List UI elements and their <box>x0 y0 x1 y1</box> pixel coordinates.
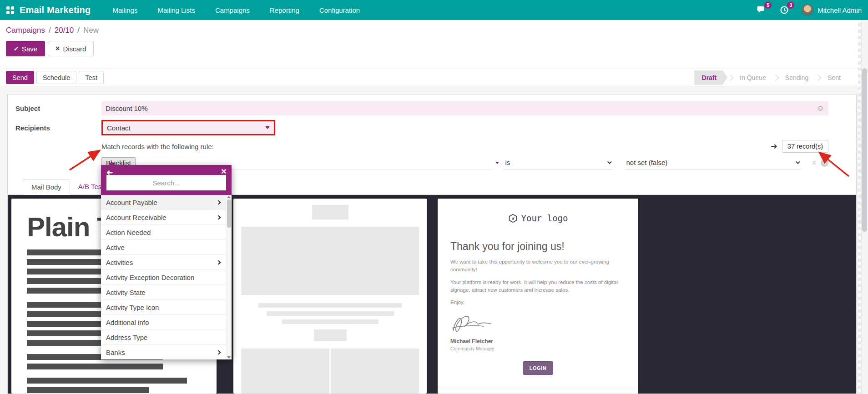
popover-pointer <box>108 162 115 165</box>
template-paragraph: Enjoy, <box>450 299 626 306</box>
user-menu[interactable]: Mitchell Admin <box>802 4 862 16</box>
page-scrollbar-thumb[interactable] <box>862 68 867 232</box>
records-group: ➜ 37 record(s) <box>771 140 828 153</box>
statusbar-separator <box>727 74 733 80</box>
theme-card-placeholder[interactable] <box>233 199 427 394</box>
subject-input[interactable]: Discount 10% ☺ <box>101 101 828 115</box>
nav-item-campaigns[interactable]: Campaigns <box>215 6 250 14</box>
placeholder-text-line <box>267 311 394 316</box>
text-lines-group <box>27 378 201 393</box>
recipients-value: Contact <box>107 124 131 132</box>
subject-label: Subject <box>15 105 101 112</box>
field-option-activities[interactable]: Activities <box>101 255 226 270</box>
apps-grid-icon[interactable] <box>6 6 14 14</box>
send-button[interactable]: Send <box>6 71 34 84</box>
add-rule-icon[interactable]: + <box>821 159 828 167</box>
popover-body: Account PayableAccount ReceivableAction … <box>101 195 232 359</box>
messages-badge: 5 <box>764 2 772 9</box>
activities-badge: 3 <box>787 2 794 9</box>
login-button[interactable]: LOGIN <box>523 361 553 375</box>
chevron-right-icon <box>217 200 221 204</box>
breadcrumb-item-campaigns[interactable]: Campaigns <box>6 26 45 35</box>
nav-item-reporting[interactable]: Reporting <box>270 6 299 14</box>
field-option-label: Activity State <box>106 289 146 296</box>
placeholder-text-line <box>258 303 402 308</box>
dropdown-caret-icon <box>265 126 270 129</box>
field-search-input[interactable] <box>106 175 226 190</box>
field-option-additional-info[interactable]: Additional info <box>101 315 226 330</box>
field-option-label: Additional info <box>106 319 149 326</box>
save-button[interactable]: ✔Save <box>6 41 45 56</box>
placeholder-column-block <box>331 349 419 394</box>
signature-image <box>450 313 626 337</box>
scroll-down-icon[interactable] <box>227 356 231 359</box>
delete-rule-icon[interactable]: × <box>812 158 817 168</box>
status-step-sending[interactable]: Sending <box>778 70 815 85</box>
breadcrumb-item-20-10[interactable]: 20/10 <box>55 26 74 35</box>
placeholder-column-block <box>241 349 329 394</box>
statusbar-separator <box>772 74 779 80</box>
discard-button[interactable]: ×Discard <box>48 41 94 56</box>
rule-actions: × + <box>812 158 828 168</box>
statusbar-separator <box>815 74 821 80</box>
nav-item-mailing-lists[interactable]: Mailing Lists <box>157 6 195 14</box>
field-option-account-receivable[interactable]: Account Receivable <box>101 210 226 225</box>
field-option-label: Activity Exception Decoration <box>106 274 194 281</box>
user-name: Mitchell Admin <box>818 6 862 14</box>
control-panel-buttons: ✔Save ×Discard <box>6 41 858 56</box>
records-count-button[interactable]: 37 record(s) <box>782 140 828 153</box>
popover-scrollbar[interactable] <box>226 195 232 359</box>
top-navbar: Email Marketing MailingsMailing ListsCam… <box>0 0 868 20</box>
rule-node-caret-icon[interactable] <box>495 162 499 164</box>
placeholder-hero-block <box>241 227 419 295</box>
check-icon: ✔ <box>14 45 19 52</box>
tab-mail-body[interactable]: Mail Body <box>23 179 70 195</box>
field-option-activity-exception-decoration[interactable]: Activity Exception Decoration <box>101 270 226 285</box>
activities-icon[interactable]: 3 <box>779 5 790 15</box>
subject-row: Subject Discount 10% ☺ <box>15 101 828 115</box>
close-icon[interactable]: × <box>221 166 227 177</box>
text-line-bar <box>27 364 163 369</box>
schedule-button[interactable]: Schedule <box>36 71 76 84</box>
breadcrumb: Campaigns/20/10/New <box>6 26 858 35</box>
field-option-label: Account Payable <box>106 199 157 206</box>
hexagon-logo-icon <box>508 214 518 223</box>
messages-icon[interactable]: 5 <box>756 5 767 15</box>
field-option-action-needed[interactable]: Action Needed <box>101 225 226 240</box>
field-option-label: Activities <box>106 259 133 266</box>
rule-intro-row: Match records with the following rule: ➜… <box>101 140 828 153</box>
app-brand[interactable]: Email Marketing <box>20 5 91 15</box>
recipients-label: Recipients <box>15 124 101 132</box>
field-option-active[interactable]: Active <box>101 240 226 255</box>
field-option-activity-type-icon[interactable]: Activity Type Icon <box>101 300 226 315</box>
placeholder-text-line <box>282 319 378 324</box>
status-step-draft[interactable]: Draft <box>694 70 728 85</box>
status-step-in-queue[interactable]: In Queue <box>733 70 773 85</box>
nav-item-mailings[interactable]: Mailings <box>112 6 137 14</box>
field-option-account-payable[interactable]: Account Payable <box>101 195 226 210</box>
placeholder-logo-block <box>312 205 348 219</box>
back-arrow-icon[interactable]: ➜ <box>106 168 113 177</box>
nav-item-configuration[interactable]: Configuration <box>319 6 360 14</box>
emoji-picker-icon[interactable]: ☺ <box>817 104 824 113</box>
test-button[interactable]: Test <box>79 71 104 84</box>
subject-value: Discount 10% <box>106 105 148 112</box>
recipients-select[interactable]: Contact <box>101 120 275 135</box>
scrollbar-thumb[interactable] <box>227 199 231 228</box>
field-option-banks[interactable]: Banks <box>101 345 226 359</box>
field-option-activity-state[interactable]: Activity State <box>101 285 226 300</box>
theme-card-welcome[interactable]: Your logo Thank you for joining us! We w… <box>438 199 638 394</box>
chevron-right-icon <box>217 215 221 219</box>
breadcrumb-item-new: New <box>83 26 99 35</box>
avatar <box>802 4 813 16</box>
status-step-sent[interactable]: Sent <box>821 70 848 85</box>
field-selector-popover: ➜ × Account PayableAccount ReceivableAct… <box>101 165 232 359</box>
rule-operator-select[interactable]: is <box>503 156 613 170</box>
chevron-down-icon <box>607 160 612 164</box>
scroll-up-icon[interactable] <box>227 196 231 198</box>
rule-operator-value: is <box>505 159 510 166</box>
rule-value-select[interactable]: not set (false) <box>624 156 802 170</box>
chevron-down-icon <box>796 160 800 164</box>
placeholder-columns <box>241 349 419 394</box>
field-option-address-type[interactable]: Address Type <box>101 330 226 345</box>
